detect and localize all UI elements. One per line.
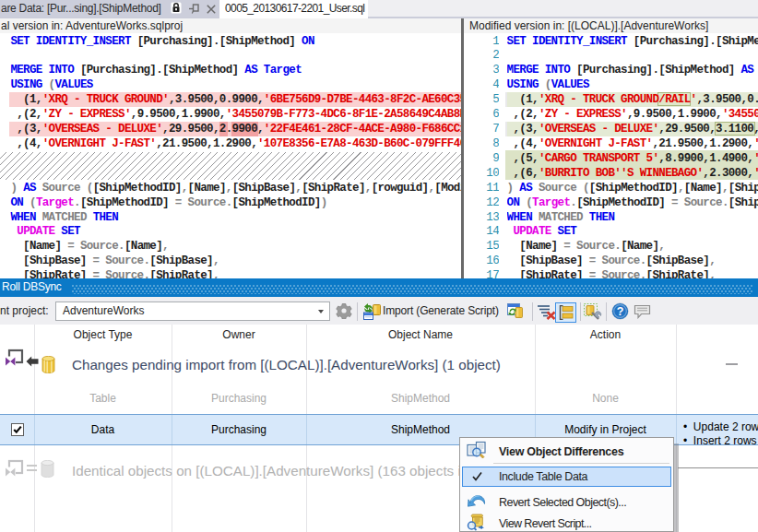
svg-text:?: ? [617,305,624,318]
